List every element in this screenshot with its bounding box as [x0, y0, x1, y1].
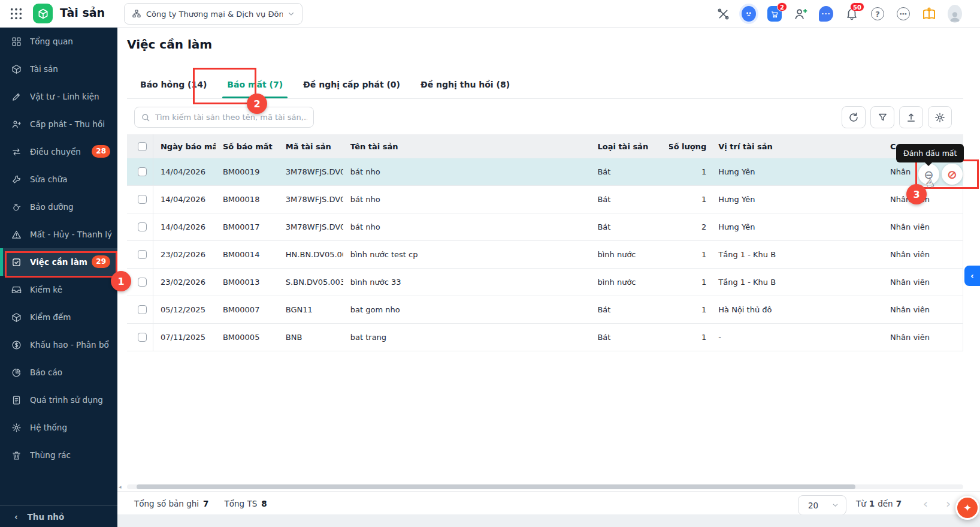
- table-cell: 1: [669, 296, 711, 323]
- collapse-panel-tab[interactable]: ‹: [964, 266, 980, 286]
- filter-button[interactable]: [870, 106, 894, 128]
- notification-bell-icon[interactable]: 50: [845, 7, 859, 21]
- settings-button[interactable]: [928, 106, 952, 128]
- sidebar-item-swap[interactable]: Điều chuyển28: [0, 138, 117, 165]
- sidebar-item-doc[interactable]: Quá trình sử dụng: [0, 386, 117, 414]
- sidebar-item-cube[interactable]: Kiểm đếm: [0, 303, 117, 331]
- sidebar-item-trash[interactable]: Thùng rác: [0, 441, 117, 469]
- sidebar-item-cube[interactable]: Tài sản: [0, 55, 117, 83]
- app-logo-cube-icon[interactable]: [33, 4, 53, 23]
- table-cell: BM00005: [216, 324, 279, 351]
- assistant-bot-icon[interactable]: [742, 7, 756, 21]
- row-checkbox[interactable]: [138, 167, 147, 176]
- table-row[interactable]: 23/02/2026BM00013S.BN.DV05.0038bình nước…: [127, 269, 963, 296]
- sidebar-item-wrench[interactable]: Sửa chữa: [0, 165, 117, 193]
- tab-item[interactable]: Đề nghị cấp phát (0): [302, 80, 401, 98]
- row-checkbox[interactable]: [138, 305, 147, 314]
- column-header: Mã tài sản: [279, 134, 343, 158]
- row-checkbox[interactable]: [138, 333, 147, 342]
- sidebar-item-pie[interactable]: Báo cáo: [0, 359, 117, 386]
- tools-icon[interactable]: [716, 7, 730, 21]
- table-row[interactable]: 14/04/2026BM000173M78WFJS.DV0...bát nhoB…: [127, 213, 963, 241]
- horizontal-scrollbar[interactable]: [127, 484, 963, 489]
- app-launcher-grid-icon[interactable]: [10, 7, 23, 20]
- table-cell: 1: [669, 186, 711, 213]
- sidebar-item-screw[interactable]: Vật tư - Linh kiện: [0, 83, 117, 110]
- table-cell: 05/12/2025: [153, 296, 216, 323]
- scrollbar-thumb[interactable]: [137, 484, 855, 489]
- sidebar-item-task-check-active[interactable]: Việc cần làm29: [0, 248, 117, 276]
- prev-page-button[interactable]: ‹: [923, 492, 928, 515]
- assets-table: Ngày báo mấtSố báo mấtMã tài sảnTên tài …: [127, 134, 963, 351]
- table-cell: 3M78WFJS.DV0...: [279, 158, 343, 185]
- table-cell: Hưng Yên: [711, 158, 883, 185]
- table-row[interactable]: 14/04/2026BM000183M78WFJS.DV0...bát nhoB…: [127, 186, 963, 213]
- tab-item[interactable]: Báo hỏng (14): [139, 80, 208, 98]
- help-icon[interactable]: ?: [870, 7, 885, 21]
- screw-icon: [11, 92, 22, 102]
- table-row[interactable]: 07/11/2025BM00005BNBbat trangBát1-Nhân v…: [127, 324, 963, 351]
- top-icon-row: 2 ··· 50 ? ⋯: [716, 0, 962, 28]
- cart-icon[interactable]: 2: [767, 7, 782, 21]
- refresh-button[interactable]: [842, 106, 866, 128]
- next-page-button[interactable]: ›: [946, 492, 951, 515]
- task-check-icon: [11, 257, 22, 267]
- row-checkbox-cell: [127, 158, 153, 185]
- table-cell: 23/02/2026: [153, 241, 216, 268]
- collapse-chevron-icon: ‹: [14, 512, 18, 522]
- sidebar-item-maintain[interactable]: Bảo dưỡng: [0, 193, 117, 221]
- table-row[interactable]: 05/12/2025BM00007BGN11bat gom nhoBát1Hà …: [127, 296, 963, 324]
- tab-item[interactable]: Đề nghị thu hồi (8): [419, 80, 511, 98]
- app-window: Tài sản Công ty Thương mại & Dịch vụ Đôn…: [0, 0, 980, 527]
- sidebar-item-grid[interactable]: Tổng quan: [0, 28, 117, 55]
- table-cell: HN.BN.DV05.0039: [279, 241, 343, 268]
- chevron-down-icon: [832, 502, 839, 508]
- invite-user-icon[interactable]: [793, 7, 807, 21]
- sidebar-collapse-button[interactable]: ‹ Thu nhỏ: [0, 505, 117, 527]
- sidebar-nav: Tổng quanTài sảnVật tư - Linh kiệnCấp ph…: [0, 28, 117, 527]
- select-all-checkbox[interactable]: [138, 142, 147, 151]
- table-cell: Hưng Yên: [711, 186, 883, 213]
- chat-icon[interactable]: ···: [819, 7, 833, 21]
- export-button[interactable]: [899, 106, 923, 128]
- table-cell: Bát: [590, 296, 669, 323]
- search-input[interactable]: [155, 113, 307, 122]
- row-checkbox-cell: [127, 186, 153, 213]
- table-row[interactable]: 23/02/2026BM00014HN.BN.DV05.0039bình nướ…: [127, 241, 963, 269]
- row-checkbox[interactable]: [138, 250, 147, 259]
- sidebar-item-user-arrow[interactable]: Cấp phát - Thu hồi: [0, 110, 117, 138]
- company-name: Công ty Thương mại & Dịch vụ Đông P...: [146, 10, 283, 19]
- guide-book-icon[interactable]: [922, 7, 936, 21]
- row-checkbox[interactable]: [138, 222, 147, 231]
- sidebar-badge: 28: [92, 145, 110, 158]
- table-cell: bat trang: [343, 324, 591, 351]
- row-checkbox[interactable]: [138, 195, 147, 204]
- sidebar-item-label: Sửa chữa: [30, 174, 68, 184]
- page-size-select[interactable]: 20: [798, 495, 846, 515]
- more-options-icon[interactable]: ⋯: [896, 7, 911, 21]
- sidebar-item-inbox[interactable]: Kiểm kê: [0, 276, 117, 303]
- sidebar-item-gear[interactable]: Hệ thống: [0, 414, 117, 441]
- table-cell: Bát: [590, 186, 669, 213]
- total-records: Tổng số bản ghi7: [134, 499, 208, 508]
- assistant-fab[interactable]: ✦: [955, 496, 979, 520]
- active-indicator: [0, 248, 3, 276]
- sidebar-item-label: Thùng rác: [30, 450, 71, 460]
- hscroll-left-arrow[interactable]: ◂: [119, 484, 122, 490]
- wrench-icon: [11, 174, 22, 185]
- row-checkbox[interactable]: [138, 278, 147, 287]
- sidebar-item-label: Mất - Hủy - Thanh lý: [30, 230, 112, 239]
- table-cell: Nhân viên: [883, 241, 963, 268]
- user-avatar[interactable]: [948, 7, 962, 21]
- sidebar-item-warning[interactable]: Mất - Hủy - Thanh lý: [0, 221, 117, 248]
- reject-button[interactable]: ⊘: [942, 164, 963, 185]
- table-row[interactable]: 14/04/2026BM000193M78WFJS.DV0...bát nhoB…: [127, 158, 963, 186]
- table-cell: BM00017: [216, 213, 279, 240]
- table-cell: bình nước: [590, 241, 669, 268]
- sidebar-item-dollar-circle[interactable]: Khấu hao - Phân bổ: [0, 331, 117, 359]
- table-cell: Bát: [590, 213, 669, 240]
- sidebar-item-label: Điều chuyển: [30, 147, 81, 156]
- table-cell: bát nho: [343, 213, 591, 240]
- company-selector[interactable]: Công ty Thương mại & Dịch vụ Đông P...: [124, 3, 303, 25]
- sidebar-item-label: Tài sản: [30, 64, 58, 74]
